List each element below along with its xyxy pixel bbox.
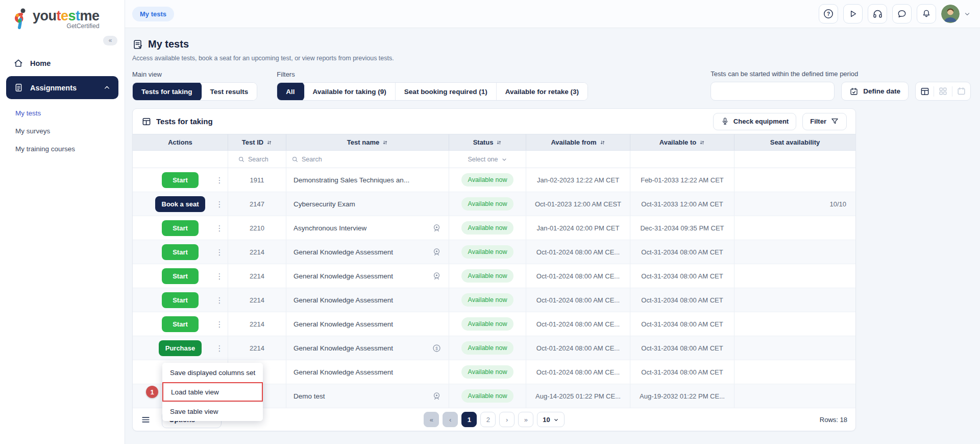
sort-icon [496, 139, 502, 146]
column-header-available-from[interactable]: Available from [526, 134, 630, 150]
purchase-button[interactable]: Purchase [159, 340, 202, 356]
filter-tab-available-for-taking[interactable]: Available for taking (9) [304, 83, 396, 100]
column-header-test-name[interactable]: Test name [286, 134, 449, 150]
filter-tab-all[interactable]: All [277, 82, 304, 101]
menu-item-load-table-view[interactable]: 1 Load table view [162, 382, 263, 402]
column-header-seat-availability: Seat availability [734, 134, 855, 150]
test-name[interactable]: Cybersecurity Exam [293, 200, 355, 208]
calendar-view-button[interactable] [952, 86, 970, 96]
column-label: Status [473, 138, 494, 146]
table-view-button[interactable] [916, 86, 934, 97]
tab-test-results[interactable]: Test results [202, 83, 257, 100]
status-filter-select[interactable]: Select one [449, 151, 526, 168]
page-title: My tests [148, 38, 189, 50]
page-1-button[interactable]: 1 [461, 412, 477, 427]
sidebar-item-home[interactable]: Home [0, 53, 125, 74]
actions-cell: Start⋮ [133, 288, 228, 312]
first-page-button[interactable]: « [424, 412, 439, 427]
sidebar-collapse-button[interactable]: « [103, 36, 117, 45]
start-button[interactable]: Start [162, 220, 199, 236]
column-header-status[interactable]: Status [449, 134, 526, 150]
table-row: Start⋮2214General Knowledge AssessmentAv… [133, 264, 855, 288]
filters-label: Filters [277, 71, 588, 78]
row-kebab-menu-icon[interactable]: ⋮ [215, 224, 224, 232]
table-options-context-menu: Save displayed columns set 1 Load table … [162, 363, 263, 421]
test-name[interactable]: Demonstrating Sales Techniques an... [293, 176, 409, 184]
app-root: youtestme GetCertified « Home [0, 0, 980, 444]
column-header-test-id[interactable]: Test ID [228, 134, 286, 150]
last-page-button[interactable]: » [518, 412, 533, 427]
date-range-input[interactable] [710, 82, 835, 101]
table-search-row: Select one [133, 151, 855, 168]
test-name[interactable]: General Knowledge Assessment [293, 368, 393, 376]
help-button[interactable]: ? [819, 4, 838, 24]
next-page-button[interactable]: › [499, 412, 514, 427]
filter-tab-seat-booking-required[interactable]: Seat booking required (1) [396, 83, 497, 100]
test-name[interactable]: General Knowledge Assessment [293, 272, 393, 280]
status-cell: Available now [449, 360, 526, 384]
grid-view-button[interactable] [934, 86, 952, 96]
row-kebab-menu-icon[interactable]: ⋮ [215, 272, 224, 280]
row-kebab-menu-icon[interactable]: ⋮ [215, 344, 224, 352]
book-button[interactable]: Book a seat [155, 196, 206, 212]
test-name[interactable]: General Knowledge Assessment [293, 296, 393, 304]
check-equipment-button[interactable]: Check equipment [713, 113, 796, 130]
start-button[interactable]: Start [162, 292, 199, 308]
menu-icon[interactable] [141, 415, 151, 425]
view-switcher [915, 82, 971, 101]
test-name[interactable]: General Knowledge Assessment [293, 320, 393, 328]
row-kebab-menu-icon[interactable]: ⋮ [215, 176, 224, 184]
status-cell: Available now [449, 192, 526, 216]
test-name-cell: General Knowledge Assessment [286, 360, 449, 384]
menu-item-save-displayed-columns-set[interactable]: Save displayed columns set [162, 363, 263, 382]
prev-page-button[interactable]: ‹ [443, 412, 458, 427]
test-name[interactable]: Asynchronous Interview [293, 224, 366, 232]
status-cell: Available now [449, 216, 526, 240]
start-button[interactable]: Start [162, 244, 199, 260]
table-row: Start⋮2214General Knowledge AssessmentAv… [133, 312, 855, 336]
notifications-button[interactable] [917, 4, 936, 24]
row-kebab-menu-icon[interactable]: ⋮ [215, 200, 224, 208]
help-icon: ? [823, 8, 834, 19]
available-to-cell: Oct-31-2034 08:00 AM CET [630, 336, 734, 360]
tab-tests-for-taking[interactable]: Tests for taking [132, 82, 202, 101]
sidebar-item-my-training-courses[interactable]: My training courses [0, 140, 125, 158]
available-from-cell: Oct-01-2024 08:00 AM CE... [526, 288, 630, 312]
breadcrumb[interactable]: My tests [132, 7, 174, 21]
available-to-cell: Oct-31-2034 08:00 AM CET [630, 264, 734, 288]
menu-item-save-table-view[interactable]: Save table view [162, 402, 263, 421]
available-from-cell: Oct-01-2024 08:00 AM CE... [526, 240, 630, 264]
test-name[interactable]: General Knowledge Assessment [293, 248, 393, 256]
support-button[interactable] [868, 4, 887, 24]
sidebar-item-my-tests[interactable]: My tests [0, 104, 125, 122]
row-kebab-menu-icon[interactable]: ⋮ [215, 296, 224, 304]
row-kebab-menu-icon[interactable]: ⋮ [215, 248, 224, 256]
test-id-search-input[interactable] [248, 156, 276, 163]
start-button[interactable]: Start [162, 172, 199, 188]
account-chevron-down-icon[interactable] [964, 10, 971, 17]
actions-cell: Start⋮ [133, 168, 228, 192]
tutorial-button[interactable] [843, 4, 863, 24]
status-badge: Available now [461, 269, 514, 283]
page-2-button[interactable]: 2 [480, 412, 496, 427]
avatar[interactable] [941, 5, 960, 23]
test-name-search-input[interactable] [302, 156, 444, 163]
filter-tab-available-for-retake[interactable]: Available for retake (3) [497, 83, 587, 100]
filter-button[interactable]: Filter [802, 113, 847, 130]
search-cell-seat-availability [734, 151, 855, 168]
test-name[interactable]: Demo test [293, 392, 325, 400]
page-subtitle: Access available tests, book a seat for … [132, 55, 971, 62]
start-button[interactable]: Start [162, 268, 199, 284]
page-size-select[interactable]: 10 [537, 412, 564, 427]
chat-button[interactable] [892, 4, 912, 24]
start-button[interactable]: Start [162, 316, 199, 332]
sidebar-item-assignments[interactable]: Assignments [6, 76, 118, 99]
column-header-available-to[interactable]: Available to [630, 134, 734, 150]
test-name[interactable]: General Knowledge Assessment [293, 344, 393, 352]
webcam-icon [432, 391, 442, 401]
test-name-cell: General Knowledge Assessment [286, 240, 449, 264]
status-cell: Available now [449, 336, 526, 360]
sidebar-item-my-surveys[interactable]: My surveys [0, 122, 125, 140]
define-date-button[interactable]: Define date [841, 82, 909, 101]
row-kebab-menu-icon[interactable]: ⋮ [215, 320, 224, 328]
